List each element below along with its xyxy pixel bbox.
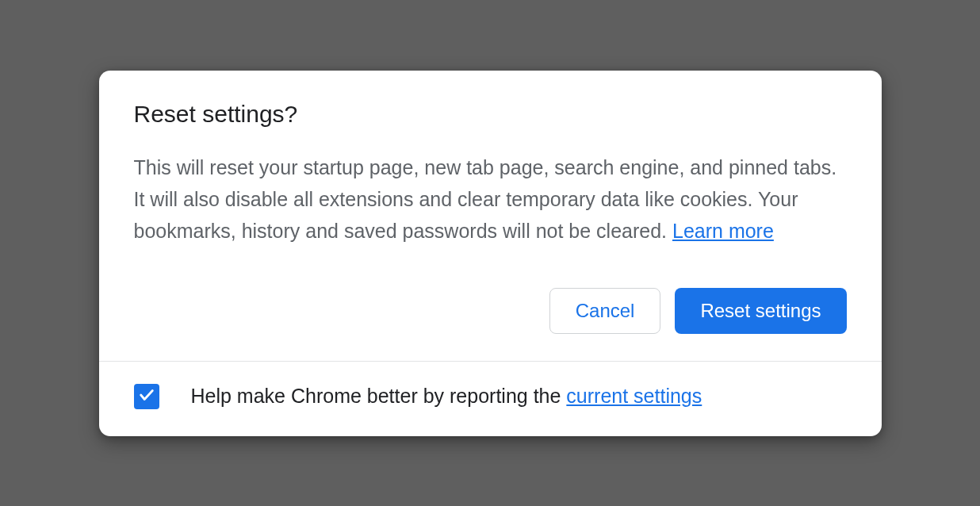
reset-settings-button[interactable]: Reset settings bbox=[675, 288, 846, 334]
dialog-content: Reset settings? This will reset your sta… bbox=[99, 71, 882, 361]
reset-settings-dialog: Reset settings? This will reset your sta… bbox=[99, 71, 882, 436]
current-settings-link[interactable]: current settings bbox=[566, 385, 702, 407]
dialog-body: This will reset your startup page, new t… bbox=[134, 151, 847, 247]
report-settings-checkbox[interactable] bbox=[134, 384, 159, 409]
learn-more-link[interactable]: Learn more bbox=[672, 220, 774, 242]
cancel-button[interactable]: Cancel bbox=[549, 288, 661, 334]
footer-text: Help make Chrome better by reporting the… bbox=[191, 385, 702, 408]
dialog-title: Reset settings? bbox=[134, 101, 847, 128]
footer-text-label: Help make Chrome better by reporting the bbox=[191, 385, 567, 407]
checkmark-icon bbox=[138, 386, 155, 407]
dialog-actions: Cancel Reset settings bbox=[134, 288, 847, 334]
dialog-footer: Help make Chrome better by reporting the… bbox=[99, 361, 882, 436]
